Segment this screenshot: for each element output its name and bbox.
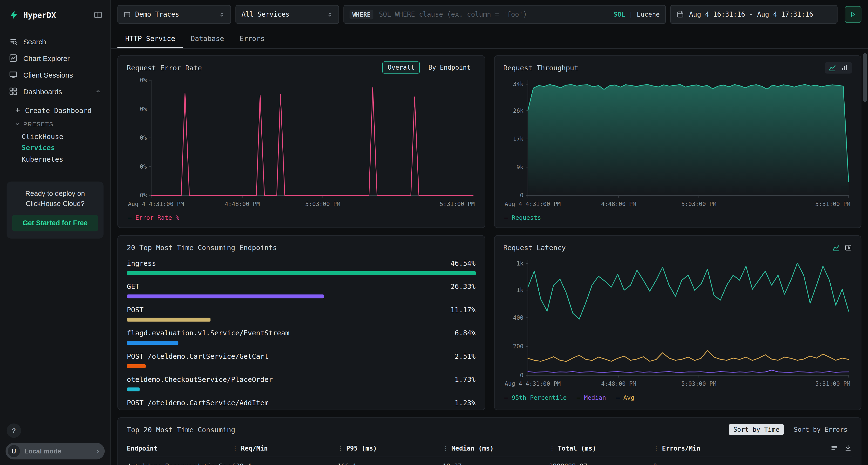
table-header-row: Endpoint⋮Req/Min⋮P95 (ms)⋮Median (ms)⋮To… xyxy=(127,444,852,457)
table-cell: 0 xyxy=(653,462,852,465)
error-rate-view-toggle: Overall By Endpoint xyxy=(382,61,475,74)
avatar: U xyxy=(8,445,20,457)
endpoint-percentage: 1.23% xyxy=(455,399,475,407)
sidebar-item-dashboards[interactable]: Dashboards xyxy=(0,83,110,100)
run-query-button[interactable] xyxy=(845,6,862,23)
endpoint-bar-row-post-oteldemo-cartservice-getcart[interactable]: POST /oteldemo.CartService/GetCart2.51% xyxy=(127,352,475,368)
table-cell: /oteldemo.RecommendationServ xyxy=(127,462,232,465)
svg-text:0%: 0% xyxy=(140,134,147,141)
nav-label: Client Sessions xyxy=(23,71,73,79)
table-cell: 1808098.97 xyxy=(549,462,653,465)
download-icon[interactable] xyxy=(844,444,852,452)
svg-text:0%: 0% xyxy=(140,77,147,84)
column-header-p95-ms[interactable]: ⋮P95 (ms) xyxy=(337,444,443,452)
service-select[interactable]: All Services xyxy=(235,5,339,24)
chart-explorer-icon xyxy=(9,54,18,63)
endpoint-bar-row-flagd-evaluation-v1-service-eventstream[interactable]: flagd.evaluation.v1.Service/EventStream6… xyxy=(127,329,475,345)
svg-text:5:03:00 PM: 5:03:00 PM xyxy=(305,201,340,207)
column-grip-icon[interactable]: ⋮ xyxy=(337,445,343,452)
svg-text:0%: 0% xyxy=(140,163,147,170)
sort-by-errors-button[interactable]: Sort by Errors xyxy=(789,424,852,435)
table-row[interactable]: /oteldemo.RecommendationServ639.4166.119… xyxy=(127,457,852,465)
lucene-mode-button[interactable]: Lucene xyxy=(637,10,660,18)
endpoint-bar-row-post[interactable]: POST11.17% xyxy=(127,305,475,322)
column-grip-icon[interactable]: ⋮ xyxy=(443,445,449,452)
endpoint-bar xyxy=(127,318,211,322)
overall-toggle-button[interactable]: Overall xyxy=(382,61,420,74)
scrollbar[interactable] xyxy=(863,53,867,461)
column-header-endpoint[interactable]: Endpoint xyxy=(127,444,232,452)
sidebar-item-kubernetes[interactable]: Kubernetes xyxy=(14,153,110,165)
user-menu[interactable]: U Local mode › xyxy=(5,443,105,460)
scrollbar-thumb[interactable] xyxy=(863,53,867,102)
sidebar-item-search[interactable]: Search xyxy=(0,33,110,50)
card-title: Request Error Rate xyxy=(127,63,202,72)
sidebar-item-services[interactable]: Services xyxy=(14,142,110,153)
svg-text:Aug 4 4:31:00 PM: Aug 4 4:31:00 PM xyxy=(504,201,560,207)
date-range-picker[interactable]: Aug 4 16:31:16 - Aug 4 17:31:16 xyxy=(670,5,838,24)
svg-text:5:31:00 PM: 5:31:00 PM xyxy=(815,201,850,207)
table-body: /oteldemo.RecommendationServ639.4166.119… xyxy=(127,457,852,465)
endpoint-label: POST xyxy=(127,305,144,314)
line-chart-icon[interactable] xyxy=(829,64,836,71)
endpoint-percentage: 26.33% xyxy=(451,283,476,291)
bar-chart-icon[interactable] xyxy=(841,64,848,71)
sort-by-time-button[interactable]: Sort by Time xyxy=(729,424,784,435)
columns-icon[interactable] xyxy=(830,444,838,452)
chart-type-switcher xyxy=(825,62,852,73)
svg-text:0%: 0% xyxy=(140,106,147,112)
endpoint-percentage: 6.84% xyxy=(455,329,475,338)
source-select[interactable]: Demo Traces xyxy=(117,5,231,24)
query-language-switch: SQL | Lucene xyxy=(614,10,660,18)
throughput-chart: 09k17k26k34kAug 4 4:31:00 PM4:48:00 PM5:… xyxy=(503,75,851,210)
select-chevrons-icon xyxy=(219,11,225,18)
tab-errors[interactable]: Errors xyxy=(232,29,273,48)
search-input[interactable] xyxy=(378,10,609,19)
column-header-errors-min[interactable]: ⋮Errors/Min xyxy=(653,444,852,452)
source-icon xyxy=(123,11,131,18)
top-time-consuming-table-card: Top 20 Most Time Consuming Sort by Time … xyxy=(117,417,861,465)
endpoint-bar-row-ingress[interactable]: ingress46.54% xyxy=(127,259,475,275)
play-icon xyxy=(850,11,857,18)
line-chart-icon[interactable] xyxy=(833,244,840,251)
sidebar-collapse-icon[interactable] xyxy=(94,10,102,20)
column-header-median-ms[interactable]: ⋮Median (ms) xyxy=(443,444,549,452)
chevron-down-icon xyxy=(14,121,21,127)
column-grip-icon[interactable]: ⋮ xyxy=(549,445,555,452)
svg-text:5:31:00 PM: 5:31:00 PM xyxy=(815,380,850,387)
column-header-req-min[interactable]: ⋮Req/Min xyxy=(232,444,338,452)
top-endpoints-card: 20 Top Most Time Consuming Endpoints ing… xyxy=(117,235,485,410)
get-started-button[interactable]: Get Started for Free xyxy=(12,215,98,231)
column-header-total-ms[interactable]: ⋮Total (ms) xyxy=(549,444,653,452)
histogram-chart-icon[interactable] xyxy=(845,244,852,251)
table-cell: 19.37 xyxy=(443,462,549,465)
create-dashboard-button[interactable]: Create Dashboard xyxy=(14,103,110,117)
column-header-label: Req/Min xyxy=(241,444,268,452)
table-cell: 166.1 xyxy=(337,462,443,465)
endpoint-bar-row-post-oteldemo-cartservice-additem[interactable]: POST /oteldemo.CartService/AddItem1.23% xyxy=(127,399,475,410)
tab-database[interactable]: Database xyxy=(183,29,232,48)
help-button[interactable]: ? xyxy=(7,424,21,438)
sidebar-item-chart-explorer[interactable]: Chart Explorer xyxy=(0,50,110,66)
by-endpoint-toggle-button[interactable]: By Endpoint xyxy=(424,62,475,73)
endpoint-bar xyxy=(127,388,140,391)
svg-text:1k: 1k xyxy=(516,260,523,267)
search-where-box[interactable]: WHERE SQL | Lucene xyxy=(343,5,666,24)
main-area: Demo Traces All Services WHERE SQL | Luc… xyxy=(111,0,868,465)
sidebar-item-client-sessions[interactable]: Client Sessions xyxy=(0,66,110,83)
sql-mode-button[interactable]: SQL xyxy=(614,10,625,18)
svg-text:4:48:00 PM: 4:48:00 PM xyxy=(601,201,636,207)
column-grip-icon[interactable]: ⋮ xyxy=(653,445,659,452)
latency-legend: — 95th Percentile— Median— Avg xyxy=(503,394,852,401)
nav-label: Chart Explorer xyxy=(23,54,70,62)
endpoint-bar-row-oteldemo-checkoutservice-placeorder[interactable]: oteldemo.CheckoutService/PlaceOrder1.73% xyxy=(127,375,475,392)
endpoint-bar-row-get[interactable]: GET26.33% xyxy=(127,283,475,299)
column-grip-icon[interactable]: ⋮ xyxy=(232,445,238,452)
select-chevrons-icon xyxy=(327,11,333,18)
column-header-label: Total (ms) xyxy=(558,444,596,452)
presets-toggle[interactable]: PRESETS xyxy=(14,117,110,131)
legend-error-rate: — Error Rate % xyxy=(128,214,179,222)
sidebar-item-clickhouse[interactable]: ClickHouse xyxy=(14,131,110,142)
endpoint-label: ingress xyxy=(127,259,156,268)
tab-http-service[interactable]: HTTP Service xyxy=(117,29,183,48)
